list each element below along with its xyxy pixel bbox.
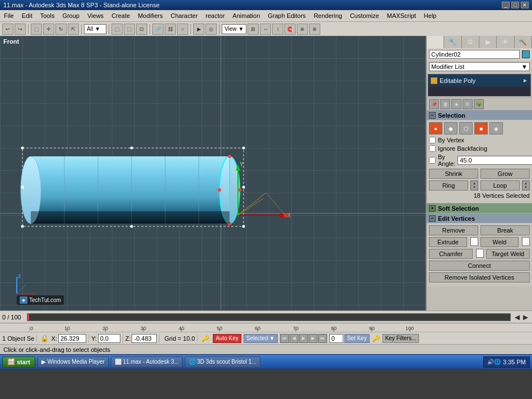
menu-tools[interactable]: Tools (36, 11, 59, 20)
key-filters-button[interactable]: Key Filters... (382, 334, 419, 343)
snap-btn-2[interactable]: ⊕ (297, 24, 308, 35)
edge-subobj-button[interactable]: ◆ (444, 122, 458, 134)
by-angle-checkbox[interactable] (429, 157, 436, 164)
view-btn-3[interactable]: ↕ (272, 24, 283, 35)
view-btn-1[interactable]: ⊞ (248, 24, 259, 35)
object-name-input[interactable]: Cylinder02 (429, 50, 520, 59)
unlink-button[interactable]: ⛓ (165, 24, 176, 35)
z-input[interactable] (132, 334, 157, 343)
extrude-settings[interactable]: □ (470, 237, 478, 246)
weld-button[interactable]: Weld (480, 237, 519, 247)
select-button[interactable]: ⬚ (31, 24, 42, 35)
remove-button[interactable]: Remove (429, 225, 478, 235)
border-subobj-button[interactable]: ⬡ (459, 122, 473, 134)
angle-input[interactable] (458, 156, 532, 165)
weld-settings[interactable]: □ (522, 237, 530, 246)
undo-button[interactable]: ↩ (2, 24, 13, 35)
object-color-swatch[interactable] (522, 50, 530, 58)
view-btn-2[interactable]: ↔ (260, 24, 271, 35)
shrink-button[interactable]: Shrink (429, 169, 478, 179)
bind-space-button[interactable]: ○ (177, 24, 188, 35)
nav-next[interactable]: ▶ (521, 313, 530, 321)
selection-collapse[interactable]: − (429, 112, 436, 119)
delete-modifier-button[interactable]: 🗑 (440, 99, 450, 109)
y-input[interactable] (98, 334, 120, 343)
loop-button[interactable]: Loop (480, 180, 520, 191)
redo-button[interactable]: ↪ (15, 24, 26, 35)
ring-button[interactable]: Ring (429, 180, 468, 191)
menu-rendering[interactable]: Rendering (310, 11, 346, 20)
menu-customize[interactable]: Customize (346, 11, 383, 20)
target-weld-button[interactable]: Target Weld (486, 249, 530, 259)
modifier-item[interactable]: Editable Poly ► (428, 75, 530, 87)
link-button[interactable]: 🔗 (152, 24, 164, 35)
configure-button[interactable]: ⚙ (463, 99, 473, 109)
goto-end-button[interactable]: ⏭ (318, 334, 327, 343)
rp-tab-display[interactable]: 👁 (497, 36, 514, 48)
prev-frame-button[interactable]: ◀ (290, 334, 298, 343)
camera-button[interactable]: ◎ (206, 24, 217, 35)
auto-key-button[interactable]: Auto Key (213, 334, 241, 343)
lock-icon[interactable]: 🔒 (39, 335, 50, 342)
chamfer-button[interactable]: Chamfer (429, 249, 473, 259)
select-region-button[interactable]: ⬚ (124, 24, 135, 35)
soft-selection-collapse[interactable]: + (429, 205, 436, 212)
menu-help[interactable]: Help (420, 11, 441, 20)
modifier-list-button[interactable]: Modifier List ▼ (429, 62, 530, 71)
menu-graph-editors[interactable]: Graph Editors (264, 11, 310, 20)
render-button[interactable]: ▶ (193, 24, 204, 35)
scale-button[interactable]: ⇱ (68, 24, 79, 35)
taskbar-item-2[interactable]: 🌐 3D 3ds scout Bristol 1... (185, 356, 260, 368)
loop-spin[interactable]: ▲▼ (522, 180, 530, 191)
make-unique-button[interactable]: ◈ (451, 99, 461, 109)
start-button[interactable]: 🪟 start (2, 356, 35, 368)
move-button[interactable]: ✛ (43, 24, 54, 35)
vertex-subobj-button[interactable]: ● (429, 122, 442, 134)
menu-edit[interactable]: Edit (18, 11, 36, 20)
rp-tab-utilities[interactable]: 🔨 (515, 36, 532, 48)
menu-modifiers[interactable]: Modifiers (134, 11, 167, 20)
menu-reactor[interactable]: reactor (202, 11, 228, 20)
show-tree-button[interactable]: 🌳 (474, 99, 484, 109)
rp-tab-modify[interactable]: 🔧 (444, 36, 461, 48)
rp-tab-create[interactable]: ⊕ (427, 36, 444, 48)
rp-tab-hierarchy[interactable]: ⚙ (462, 36, 479, 48)
snap-btn-3[interactable]: ⊗ (309, 24, 320, 35)
pin-stack-button[interactable]: 📌 (429, 99, 439, 109)
menu-character[interactable]: Character (167, 11, 202, 20)
grow-button[interactable]: Grow (480, 169, 530, 179)
extrude-button[interactable]: Extrude (429, 237, 467, 247)
by-vertex-checkbox[interactable] (429, 137, 436, 143)
ignore-backfacing-checkbox[interactable] (429, 145, 436, 152)
taskbar-item-1[interactable]: ⬜ 11.max - Autodesk 3... (111, 356, 183, 368)
taskbar-item-0[interactable]: ▶ Windows Media Player (38, 356, 109, 368)
set-key-button[interactable]: Set Key (344, 334, 370, 343)
window-cross-button[interactable]: ⊡ (136, 24, 147, 35)
menu-animation[interactable]: Animation (228, 11, 264, 20)
play-button[interactable]: ▶ (299, 334, 308, 343)
break-button[interactable]: Break (480, 225, 530, 235)
select-obj-button[interactable]: ⬚ (111, 24, 123, 35)
connect-button[interactable]: Connect (429, 261, 530, 271)
timeline-track[interactable] (27, 313, 511, 321)
menu-file[interactable]: File (0, 11, 18, 20)
x-input[interactable] (58, 334, 86, 343)
nav-prev[interactable]: ◀ (513, 313, 521, 321)
maximize-button[interactable]: □ (511, 2, 519, 8)
rotate-button[interactable]: ↻ (55, 24, 67, 35)
filter-dropdown[interactable]: All ▼ (84, 24, 106, 34)
edit-vertices-collapse[interactable]: − (429, 215, 436, 222)
goto-start-button[interactable]: ⏮ (280, 334, 289, 343)
viewport[interactable]: Front (0, 36, 426, 310)
snap-btn[interactable]: 🧲 (284, 24, 296, 35)
view-dropdown[interactable]: View ▼ (222, 24, 246, 34)
next-frame-button[interactable]: ▶ (309, 334, 318, 343)
frame-input[interactable] (329, 334, 343, 343)
minimize-button[interactable]: _ (502, 2, 510, 8)
close-button[interactable]: ✕ (521, 2, 529, 8)
key-filter-icon[interactable]: 🔑 (371, 335, 381, 342)
menu-maxscript[interactable]: MAXScript (383, 11, 420, 20)
menu-views[interactable]: Views (83, 11, 108, 20)
menu-create[interactable]: Create (108, 11, 134, 20)
polygon-subobj-button[interactable]: ■ (474, 122, 488, 134)
